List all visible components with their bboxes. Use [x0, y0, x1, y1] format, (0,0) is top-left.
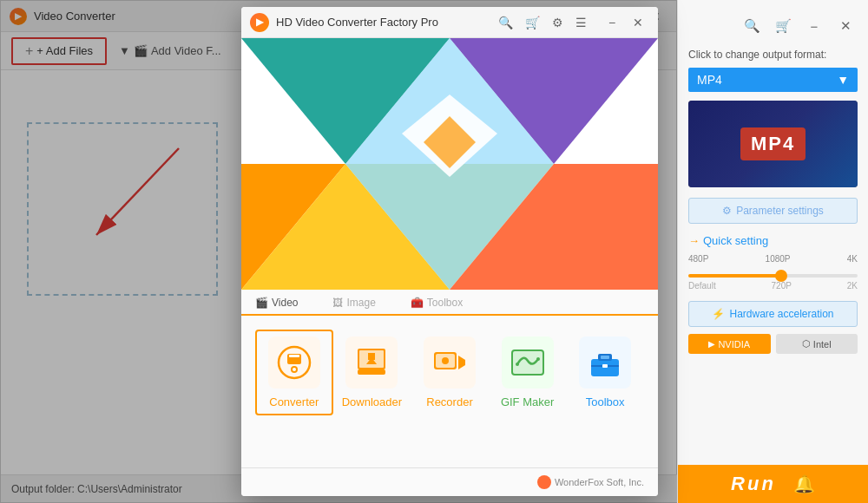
svg-point-25 [442, 357, 449, 364]
quality-slider[interactable] [688, 274, 858, 278]
format-selector[interactable]: MP4 ▼ [688, 68, 858, 92]
toolbox-icon-wrap [579, 336, 631, 389]
category-toolbox[interactable]: 🧰 Toolbox [411, 290, 463, 314]
wonderfox-logo [537, 475, 551, 489]
param-settings-button[interactable]: ⚙ Parameter settings [688, 198, 858, 224]
quick-setting-arrow-icon: → [688, 234, 700, 247]
right-panel: 🔍 🛒 − ✕ Click to change output format: M… [677, 0, 868, 503]
svg-marker-23 [458, 356, 465, 369]
format-preview: MP4 [688, 101, 858, 187]
recorder-icon-wrap [424, 336, 476, 389]
features-grid: Converter Downloader [241, 316, 658, 424]
rp-close-btn[interactable]: ✕ [833, 14, 858, 38]
hardware-acceleration-button[interactable]: ⚡ Hardware acceleration [688, 301, 858, 327]
recorder-label: Recorder [426, 395, 472, 408]
label-720p: 720P [772, 281, 792, 291]
label-4k: 4K [847, 254, 858, 264]
modal-toolbar: 🔍 🛒 ⚙ ☰ [498, 16, 587, 29]
feature-gifmaker[interactable]: GIF Maker [489, 330, 567, 415]
feature-converter[interactable]: Converter [255, 330, 333, 415]
modal-footer: WonderFox Soft, Inc. [241, 467, 658, 496]
label-2k: 2K [847, 281, 858, 291]
alarm-icon: 🔔 [793, 474, 815, 493]
format-selected-label: MP4 [697, 73, 722, 87]
feature-toolbox[interactable]: Toolbox [566, 330, 644, 415]
run-label: Run [731, 473, 776, 494]
hw-accel-icon: ⚡ [712, 308, 725, 320]
format-dropdown-arrow-icon: ▼ [837, 73, 849, 87]
slider-bottom-labels: Default 720P 2K [688, 281, 858, 291]
category-image-label: Image [346, 297, 375, 309]
toolbox-icon: 🧰 [411, 297, 424, 309]
modal-close-btn[interactable]: ✕ [627, 13, 649, 32]
svg-point-16 [293, 368, 296, 371]
category-toolbox-label: Toolbox [427, 297, 463, 309]
svg-rect-20 [368, 353, 375, 360]
rp-cart-btn[interactable]: 🛒 [771, 14, 795, 38]
downloader-icon-wrap [345, 336, 398, 389]
feature-categories-header: 🎬 Video 🖼 Image 🧰 Toolbox [241, 290, 658, 316]
label-default: Default [688, 281, 716, 291]
video-icon: 🎬 [255, 297, 268, 309]
quick-setting-label: → Quick setting [688, 234, 858, 247]
run-button[interactable]: Run [731, 473, 776, 495]
modal-window: ▶ HD Video Converter Factory Pro 🔍 🛒 ⚙ ☰… [241, 7, 658, 496]
mp4-badge: MP4 [740, 127, 806, 160]
category-video[interactable]: 🎬 Video [255, 290, 298, 316]
svg-point-29 [536, 357, 540, 361]
converter-icon-wrap [268, 336, 320, 389]
feature-downloader[interactable]: Downloader [333, 330, 411, 415]
toolbox-label: Toolbox [586, 395, 625, 408]
modal-app-logo: ▶ [250, 13, 269, 32]
recorder-icon [432, 345, 467, 380]
settings-icon[interactable]: ⚙ [552, 16, 563, 29]
menu-icon[interactable]: ☰ [575, 16, 587, 29]
downloader-icon [354, 345, 389, 380]
intel-button[interactable]: ⬡ Intel [776, 334, 858, 354]
modal-titlebar: ▶ HD Video Converter Factory Pro 🔍 🛒 ⚙ ☰… [241, 7, 658, 38]
modal-minimize-btn[interactable]: − [601, 13, 623, 32]
downloader-label: Downloader [342, 395, 402, 408]
gpu-options-row: ▶ NVIDIA ⬡ Intel [688, 334, 858, 354]
gifmaker-label: GIF Maker [501, 395, 554, 408]
svg-rect-21 [358, 369, 385, 375]
svg-rect-14 [289, 355, 299, 357]
hw-accel-label: Hardware acceleration [729, 308, 833, 320]
intel-label: Intel [813, 339, 832, 349]
modal-title: HD Video Converter Factory Pro [276, 16, 491, 29]
toolbox-svg-icon [588, 345, 622, 380]
gifmaker-icon [510, 345, 545, 380]
label-480p: 480P [688, 254, 708, 264]
category-video-label: Video [272, 297, 298, 309]
label-1080p: 1080P [766, 254, 791, 264]
image-icon: 🖼 [332, 297, 343, 309]
feature-recorder[interactable]: Recorder [411, 330, 489, 415]
nvidia-button[interactable]: ▶ NVIDIA [688, 334, 771, 354]
rp-search-btn[interactable]: 🔍 [740, 14, 764, 38]
intel-icon: ⬡ [802, 338, 811, 349]
svg-point-28 [516, 363, 519, 366]
nvidia-icon: ▶ [708, 339, 715, 349]
svg-rect-34 [602, 364, 608, 368]
category-image[interactable]: 🖼 Image [332, 290, 375, 314]
footer-text: WonderFox Soft, Inc. [555, 477, 644, 487]
modal-window-controls: − ✕ [601, 13, 649, 32]
modal-hero [241, 38, 658, 290]
converter-label: Converter [269, 395, 319, 408]
param-settings-icon: ⚙ [722, 205, 732, 217]
rp-titlebar: 🔍 🛒 − ✕ [688, 10, 858, 42]
alarm-button[interactable]: 🔔 [793, 474, 815, 494]
run-bar: Run 🔔 [678, 465, 868, 503]
svg-rect-32 [601, 356, 609, 359]
search-icon[interactable]: 🔍 [498, 16, 513, 29]
nvidia-label: NVIDIA [718, 339, 750, 349]
modal-features: 🎬 Video 🖼 Image 🧰 Toolbox [241, 290, 658, 467]
gifmaker-icon-wrap [502, 336, 554, 389]
rp-minimize-btn[interactable]: − [802, 14, 826, 38]
param-settings-label: Parameter settings [736, 205, 824, 217]
output-format-label: Click to change output format: [688, 49, 858, 61]
cart-icon[interactable]: 🛒 [525, 16, 540, 29]
converter-icon [277, 345, 312, 380]
quick-setting-text: Quick setting [703, 234, 768, 247]
slider-top-labels: 480P 1080P 4K [688, 254, 858, 264]
